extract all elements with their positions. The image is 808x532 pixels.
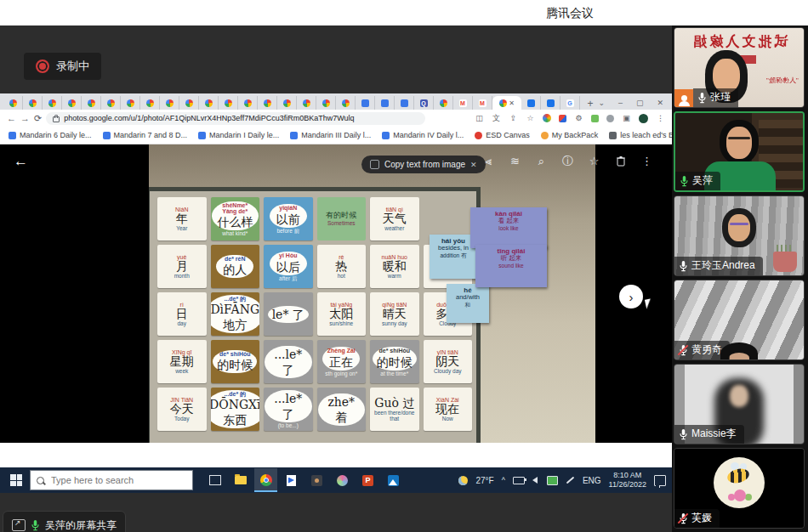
tab-docs[interactable] (356, 96, 375, 110)
photo-back-icon[interactable]: ← (14, 153, 28, 170)
tab-photos[interactable] (238, 96, 258, 110)
weather-icon[interactable] (458, 476, 468, 485)
participant-tile-wuping[interactable]: 吴萍 (674, 111, 805, 192)
taskbar-app-ppt[interactable]: P (356, 468, 379, 492)
reload-icon[interactable]: ⟳ (34, 113, 42, 124)
taskbar-app-folder[interactable] (229, 468, 252, 492)
tab-photos[interactable] (258, 96, 277, 110)
bookmark-item[interactable]: les leach ed's Blen... (609, 131, 672, 139)
tab-photos[interactable] (434, 96, 453, 110)
participant-tile-zhang[interactable]: 试批文入嫁娼"人佛保险"张瑾 (674, 27, 805, 108)
bookmark-item[interactable]: ESD Canvas (475, 131, 530, 139)
more-icon[interactable]: ⋮ (640, 155, 653, 167)
tab-gmail[interactable]: M (473, 96, 492, 110)
bookmark-star-icon[interactable]: ☆ (526, 114, 535, 123)
settings-gear-icon[interactable]: ⚙ (574, 114, 583, 123)
bookmark-item[interactable]: Mandarin I Daily le... (198, 131, 279, 139)
tab-classroom[interactable] (521, 96, 541, 110)
hidden-icons-caret[interactable]: ^ (502, 476, 505, 484)
forward-icon[interactable]: → (20, 113, 30, 123)
taskbar-app-dark[interactable] (305, 468, 328, 492)
tab-photos[interactable] (199, 96, 219, 110)
chrome-menu-icon[interactable]: ⋮ (656, 114, 665, 123)
weather-temp[interactable]: 27°F (475, 476, 493, 485)
participant-tile-fuyuan[interactable]: 芙媛 (674, 448, 805, 529)
tab-photos[interactable] (43, 96, 62, 110)
taskbar-app-taskview[interactable] (203, 468, 226, 492)
tab-close-icon[interactable]: ✕ (509, 99, 515, 107)
taskbar-app-doc[interactable] (280, 468, 303, 492)
battery-icon[interactable] (513, 477, 525, 484)
tab-photos[interactable] (121, 96, 140, 110)
clock[interactable]: 8:10 AM 11/26/2022 (609, 471, 646, 490)
close-icon[interactable]: ✕ (657, 99, 663, 107)
address-field[interactable]: photos.google.com/u/1/photo/AF1QipNLvrX4… (46, 112, 425, 125)
tab-photos[interactable] (297, 96, 316, 110)
start-button[interactable] (10, 474, 22, 486)
share-icon[interactable]: ⪡ (482, 155, 495, 167)
tab-photos[interactable] (336, 96, 356, 110)
back-icon[interactable]: ← (7, 113, 16, 123)
tab-classroom[interactable] (541, 96, 560, 110)
tab-photos[interactable] (3, 96, 23, 110)
tab-photos[interactable] (179, 96, 199, 110)
minimize-icon[interactable]: – (618, 99, 623, 107)
bookmark-item[interactable]: Mandarin IV Daily l... (382, 131, 464, 139)
extension-green-icon[interactable] (591, 115, 599, 122)
tab-photos[interactable] (219, 96, 238, 110)
share-page-icon[interactable]: ⇪ (509, 114, 518, 123)
speaker-icon[interactable] (532, 477, 538, 484)
taskbar-app-photos[interactable] (382, 468, 405, 492)
extension-gray-icon[interactable] (606, 115, 614, 122)
profile-avatar-icon[interactable] (639, 114, 648, 123)
zoom-in-icon[interactable]: ⌕ (535, 155, 548, 167)
sidepanel-icon[interactable]: ◫ (475, 114, 484, 123)
bookmark-item[interactable]: My BackPack (541, 131, 599, 139)
delete-icon[interactable] (614, 155, 627, 167)
copy-text-from-image-button[interactable]: Copy text from image ✕ (361, 156, 486, 173)
tab-photos[interactable] (140, 96, 160, 110)
taskbar-app-swirl[interactable] (331, 468, 354, 492)
participant-tile-huang[interactable]: 黄勇奇 (674, 280, 805, 360)
participant-tile-maissie[interactable]: Maissie李 (674, 364, 805, 444)
taskbar-search[interactable] (30, 470, 193, 490)
extension-colorful-icon[interactable] (543, 114, 551, 122)
participant-tile-andrea[interactable]: 王玲玉Andrea (674, 195, 805, 276)
display-status-icon[interactable] (547, 476, 558, 485)
info-icon[interactable]: ⓘ (561, 155, 574, 167)
tab-photos[interactable] (160, 96, 179, 110)
tune-icon[interactable]: ≋ (509, 155, 521, 167)
search-input[interactable] (49, 474, 180, 486)
bookmark-item[interactable]: Mandarin 7 and 8 D... (103, 131, 188, 139)
tab-google[interactable]: G (560, 96, 580, 110)
tab-photos[interactable] (316, 96, 336, 110)
next-photo-button[interactable]: › (619, 285, 643, 308)
language-indicator[interactable]: ENG (583, 476, 601, 485)
screen-share-banner[interactable]: 吴萍的屏幕共享 (3, 511, 126, 532)
bookmark-item[interactable]: Mandarin 6 Daily le... (9, 131, 92, 139)
action-center-icon[interactable] (654, 475, 666, 486)
tab-quizlet[interactable]: Q (414, 96, 434, 110)
star-icon[interactable]: ☆ (588, 155, 600, 167)
window-controls[interactable]: ⌄–▢✕ (598, 99, 672, 110)
tab-photos[interactable] (101, 96, 121, 110)
pen-icon[interactable] (566, 477, 575, 484)
extensions-puzzle-icon[interactable]: ▣ (622, 114, 631, 123)
tab-docs[interactable] (375, 96, 395, 110)
tab-photos[interactable] (23, 96, 43, 110)
taskbar-app-chrome[interactable] (254, 468, 277, 492)
tab-photos[interactable] (62, 96, 82, 110)
tab-photos[interactable] (277, 96, 297, 110)
maximize-icon[interactable]: ▢ (636, 99, 644, 107)
dismiss-copy-icon[interactable]: ✕ (470, 161, 477, 169)
bookmark-item[interactable]: Mandarin III Daily l... (290, 131, 371, 139)
tab-photos[interactable] (82, 96, 101, 110)
extension-red-blue-icon[interactable] (559, 115, 566, 122)
tab-gmail[interactable]: M (453, 96, 473, 110)
recording-indicator[interactable]: 录制中 (24, 53, 101, 80)
new-tab-button[interactable]: + (583, 98, 597, 110)
tab-docs[interactable] (395, 96, 414, 110)
translate-icon[interactable]: 文 (492, 114, 501, 123)
tab-search-icon[interactable]: ⌄ (598, 99, 605, 107)
tab-active[interactable]: ✕ (492, 96, 521, 110)
